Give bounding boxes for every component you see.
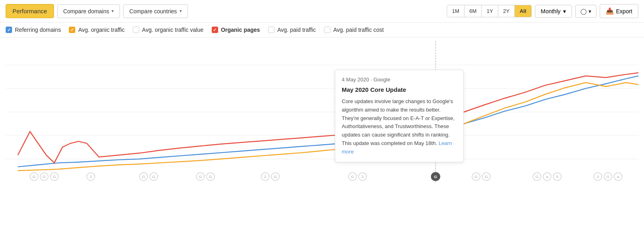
filter-avg-organic-traffic-label: Avg. organic traffic [78, 27, 124, 33]
svg-text:5: 5 [556, 174, 559, 179]
time-btn-6m[interactable]: 6M [464, 5, 482, 17]
chart-area: G G G 2 G G G G 2 G G [0, 37, 644, 199]
svg-text:2: 2 [361, 174, 364, 179]
time-btn-1y[interactable]: 1Y [482, 5, 498, 17]
toolbar: Performance Compare domains ▾ Compare co… [0, 0, 644, 23]
checkbox-avg-paid-traffic[interactable] [268, 27, 275, 33]
compare-countries-arrow-icon: ▾ [180, 8, 182, 14]
time-btn-2y[interactable]: 2Y [498, 5, 515, 17]
svg-text:G: G [33, 174, 36, 179]
svg-text:G: G [152, 174, 155, 179]
chat-icon-button[interactable]: ◯ ▾ [575, 5, 597, 18]
chat-icon: ◯ [580, 8, 587, 14]
svg-text:a: a [617, 174, 619, 179]
performance-button[interactable]: Performance [6, 4, 54, 18]
export-document-icon: 📥 [606, 7, 614, 15]
svg-text:G: G [142, 174, 145, 179]
performance-chart: G G G 2 G G G G 2 G G [6, 41, 638, 182]
svg-text:2: 2 [264, 174, 266, 179]
tooltip-body-text: Core updates involve large changes to Go… [342, 98, 454, 146]
tooltip-date: 4 May 2020 · Google [342, 76, 457, 84]
monthly-dropdown-button[interactable]: Monthly ▾ [535, 5, 572, 18]
filter-avg-paid-traffic-cost[interactable]: Avg. paid traffic cost [324, 27, 384, 33]
checkbox-avg-paid-traffic-cost[interactable] [324, 27, 330, 33]
filter-avg-paid-traffic[interactable]: Avg. paid traffic [268, 27, 316, 33]
svg-text:G: G [434, 174, 437, 179]
tooltip-title: May 2020 Core Update [342, 85, 457, 95]
svg-text:G: G [274, 174, 277, 179]
svg-text:G: G [485, 174, 488, 179]
filter-avg-paid-traffic-label: Avg. paid traffic [277, 27, 316, 33]
svg-text:G: G [199, 174, 202, 179]
compare-domains-arrow-icon: ▾ [111, 8, 114, 14]
compare-domains-label: Compare domains [63, 8, 109, 14]
time-range-selector: 1M 6M 1Y 2Y All [447, 5, 532, 17]
filter-avg-paid-traffic-cost-label: Avg. paid traffic cost [333, 27, 384, 33]
compare-countries-button[interactable]: Compare countries ▾ [123, 4, 188, 18]
svg-text:3: 3 [597, 174, 599, 179]
filter-avg-organic-traffic[interactable]: ✓ Avg. organic traffic [69, 27, 124, 33]
filter-organic-pages-label: Organic pages [221, 27, 260, 33]
svg-text:G: G [475, 174, 478, 179]
compare-domains-button[interactable]: Compare domains ▾ [57, 4, 120, 18]
checkbox-avg-organic-traffic[interactable]: ✓ [69, 27, 75, 33]
checkbox-referring-domains[interactable]: ✓ [6, 27, 12, 33]
filter-referring-domains[interactable]: ✓ Referring domains [6, 27, 61, 33]
chart-tooltip: 4 May 2020 · Google May 2020 Core Update… [335, 70, 464, 162]
svg-text:G: G [351, 174, 354, 179]
svg-text:2: 2 [90, 174, 92, 179]
chat-arrow-icon: ▾ [588, 8, 591, 14]
monthly-arrow-icon: ▾ [563, 8, 566, 14]
export-button[interactable]: 📥 Export [600, 4, 638, 18]
filter-avg-organic-traffic-value-label: Avg. organic traffic value [142, 27, 204, 33]
monthly-label: Monthly [541, 8, 561, 14]
svg-text:G: G [53, 174, 56, 179]
time-btn-1m[interactable]: 1M [447, 5, 464, 17]
filter-referring-domains-label: Referring domains [15, 27, 61, 33]
checkbox-organic-pages[interactable]: ✓ [212, 27, 218, 33]
filter-organic-pages[interactable]: ✓ Organic pages [212, 27, 260, 33]
svg-text:G: G [535, 174, 539, 179]
svg-text:G: G [607, 174, 610, 179]
svg-text:G: G [209, 174, 212, 179]
time-btn-all[interactable]: All [515, 5, 531, 17]
checkbox-avg-organic-traffic-value[interactable] [133, 27, 139, 33]
tooltip-body: Core updates involve large changes to Go… [342, 97, 457, 156]
export-label: Export [616, 8, 632, 14]
compare-countries-label: Compare countries [129, 8, 177, 14]
svg-text:G: G [43, 174, 46, 179]
filter-avg-organic-traffic-value[interactable]: Avg. organic traffic value [133, 27, 204, 33]
filters-bar: ✓ Referring domains ✓ Avg. organic traff… [0, 23, 644, 37]
svg-text:a: a [546, 174, 548, 179]
